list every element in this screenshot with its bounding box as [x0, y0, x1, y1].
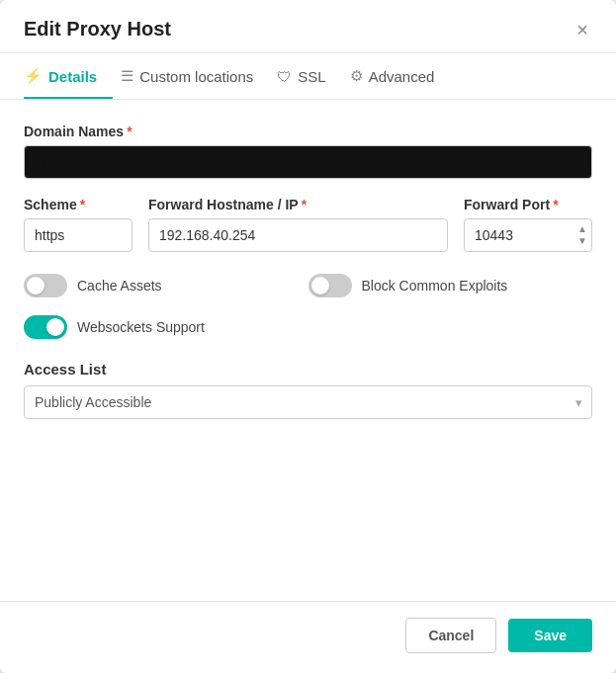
websockets-label: Websockets Support [77, 319, 205, 335]
domain-names-field: Domain Names * [24, 124, 592, 179]
cancel-button[interactable]: Cancel [405, 618, 496, 653]
tab-details-label: Details [48, 68, 97, 85]
modal-body: Domain Names * Scheme * Forward Hostname… [0, 100, 616, 601]
port-decrement-button[interactable]: ▼ [574, 235, 590, 247]
modal-footer: Cancel Save [0, 601, 616, 673]
advanced-icon: ⚙ [350, 67, 363, 85]
block-exploits-track [308, 274, 352, 297]
domain-names-input[interactable] [24, 145, 592, 179]
tab-advanced[interactable]: ⚙ Advanced [350, 53, 451, 99]
tab-ssl-label: SSL [298, 68, 325, 85]
scheme-input[interactable] [24, 218, 132, 252]
save-button[interactable]: Save [508, 619, 592, 652]
close-button[interactable]: × [572, 20, 592, 40]
domain-names-required: * [127, 124, 132, 139]
domain-names-label: Domain Names * [24, 124, 592, 139]
websockets-row: Websockets Support [24, 315, 592, 339]
access-list-label: Access List [24, 361, 592, 378]
websockets-track [24, 315, 67, 339]
modal-header: Edit Proxy Host × [0, 0, 616, 53]
tabs-bar: ⚡ Details ☰ Custom locations 🛡 SSL ⚙ Adv… [0, 53, 616, 100]
cache-assets-group: Cache Assets [24, 274, 308, 297]
cache-assets-toggle[interactable] [24, 274, 67, 297]
tab-ssl[interactable]: 🛡 SSL [277, 54, 341, 99]
scheme-hostname-port-row: Scheme * Forward Hostname / IP * Forward… [24, 197, 592, 252]
toggles-row: Cache Assets Block Common Exploits [24, 274, 592, 297]
port-increment-button[interactable]: ▲ [574, 223, 590, 235]
cache-assets-label: Cache Assets [77, 278, 162, 294]
websockets-thumb [46, 318, 64, 336]
forward-hostname-input[interactable] [148, 218, 448, 252]
modal-title: Edit Proxy Host [24, 18, 171, 41]
tab-details[interactable]: ⚡ Details [24, 53, 113, 99]
websockets-toggle[interactable] [24, 315, 67, 339]
tab-advanced-label: Advanced [369, 68, 435, 85]
cache-assets-track [24, 274, 67, 297]
forward-port-field: Forward Port * ▲ ▼ [464, 197, 592, 252]
block-exploits-thumb [311, 277, 329, 294]
edit-proxy-host-modal: Edit Proxy Host × ⚡ Details ☰ Custom loc… [0, 0, 616, 673]
block-exploits-label: Block Common Exploits [362, 278, 508, 294]
forward-hostname-field: Forward Hostname / IP * [148, 197, 448, 252]
access-list-section: Access List Publicly Accessible [24, 361, 592, 419]
access-list-select[interactable]: Publicly Accessible [24, 385, 592, 419]
cache-assets-thumb [27, 277, 44, 294]
access-list-select-wrap: Publicly Accessible [24, 385, 592, 419]
tab-custom-locations[interactable]: ☰ Custom locations [121, 53, 269, 99]
tab-custom-locations-label: Custom locations [139, 68, 253, 85]
custom-locations-icon: ☰ [121, 67, 133, 85]
details-icon: ⚡ [24, 67, 43, 85]
forward-port-input[interactable] [464, 218, 592, 252]
block-exploits-group: Block Common Exploits [308, 274, 593, 297]
ssl-icon: 🛡 [277, 68, 292, 85]
block-exploits-toggle[interactable] [308, 274, 352, 297]
scheme-field: Scheme * [24, 197, 132, 252]
